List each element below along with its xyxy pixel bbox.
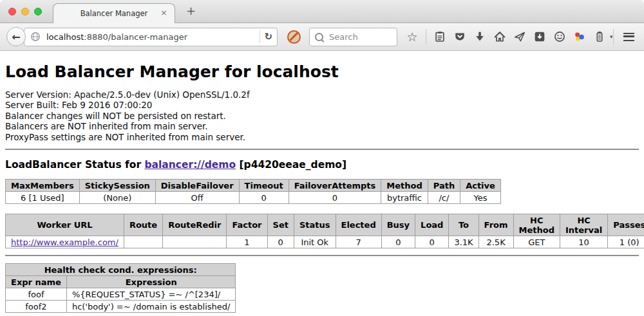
worker-status-table: Worker URL Route RouteRedir Factor Set S… [5, 214, 644, 248]
column-header: Busy [381, 214, 415, 236]
clipboard-icon[interactable] [433, 30, 446, 43]
download-box-icon[interactable] [533, 30, 546, 43]
url-text[interactable]: localhost:8880/balancer-manager [46, 32, 256, 42]
column-header: RouteRedir [163, 214, 227, 236]
bookmark-star-icon[interactable]: ☆ [406, 30, 419, 43]
from-value: 2.5K [478, 236, 513, 248]
expr-name-value: foof [6, 288, 67, 301]
factor-value: 1 [227, 236, 267, 248]
expr-name-value: foof2 [6, 301, 67, 313]
balancer-settings-table: MaxMembers StickySession DisableFailover… [5, 179, 501, 204]
table-header-row: MaxMembers StickySession DisableFailover… [6, 180, 501, 192]
table-header-row: Worker URL Route RouteRedir Factor Set S… [6, 214, 644, 236]
health-check-table: Health check cond. expressions: Expr nam… [5, 263, 236, 313]
smiley-icon[interactable] [553, 30, 566, 43]
pocket-icon[interactable] [453, 30, 466, 43]
expression-value: %{REQUEST_STATUS} =~ /^[234]/ [66, 288, 236, 301]
tab-balancer-manager[interactable]: Balancer Manager × [53, 3, 175, 23]
table-header-row: Expr name Expression [6, 276, 236, 288]
stickysession-value: (None) [79, 192, 155, 204]
failoverattempts-value: 0 [289, 192, 381, 204]
persist-warning-line: Balancer changes will NOT be persisted o… [5, 111, 639, 121]
hc-interval-value: 10 [560, 236, 607, 248]
table-row: foof %{REQUEST_STATUS} =~ /^[234]/ [6, 288, 236, 301]
downloads-icon[interactable] [473, 30, 486, 43]
table-row: 6 [1 Used] (None) Off 0 0 bytraffic /c/ … [6, 192, 501, 204]
busy-value: 0 [381, 236, 415, 248]
url-path: :8880/balancer-manager [84, 32, 187, 42]
home-icon[interactable] [493, 30, 506, 43]
worker-row: http://www.example.com/ 1 0 Init Ok 7 0 … [6, 236, 644, 248]
tab-close-icon[interactable]: × [160, 8, 167, 17]
horizontal-rule [5, 149, 639, 150]
colored-dots-icon[interactable] [573, 30, 586, 43]
column-header: Route [124, 214, 162, 236]
disablefailover-value: Off [155, 192, 239, 204]
server-built-line: Server Built: Feb 9 2016 07:00:20 [5, 100, 639, 110]
search-bar[interactable] [309, 28, 397, 46]
route-value [124, 236, 162, 248]
inherit-warning-line: Balancers are NOT inherited from main se… [5, 121, 639, 131]
balancer-demo-link[interactable]: balancer://demo [144, 159, 236, 171]
column-header: Timeout [239, 180, 289, 192]
column-header: Set [267, 214, 294, 236]
worker-url-link[interactable]: http://www.example.com/ [11, 237, 118, 247]
status-value: Init Ok [294, 236, 336, 248]
health-table-caption: Health check cond. expressions: [6, 264, 236, 276]
routeredir-value [163, 236, 227, 248]
column-header: Passes [608, 214, 644, 236]
column-header: Method [381, 180, 428, 192]
method-value: bytraffic [381, 192, 428, 204]
page-title: Load Balancer Manager for localhost [5, 62, 639, 81]
horizontal-rule [5, 255, 639, 256]
server-info: Server Version: Apache/2.5.0-dev (Unix) … [5, 89, 639, 142]
hc-method-value: GET [513, 236, 560, 248]
to-value: 3.1K [449, 236, 478, 248]
url-bar-divider [260, 30, 260, 43]
minimize-window-button[interactable] [21, 8, 29, 15]
column-header: HC Method [513, 214, 560, 236]
close-window-button[interactable] [8, 8, 16, 15]
menu-hamburger-icon[interactable] [623, 33, 634, 41]
set-value: 0 [267, 236, 294, 248]
tab-title: Balancer Manager [80, 9, 148, 18]
column-header: Path [428, 180, 460, 192]
worker-url-cell: http://www.example.com/ [6, 236, 124, 248]
new-tab-button[interactable]: + [186, 4, 196, 17]
column-header: To [449, 214, 478, 236]
column-header: From [478, 214, 513, 236]
column-header: Worker URL [6, 214, 124, 236]
battery-icon[interactable] [593, 30, 606, 43]
url-domain: localhost [46, 32, 84, 42]
window-controls [8, 8, 42, 15]
toolbar-divider [426, 29, 426, 44]
path-value: /c/ [428, 192, 460, 204]
url-bar[interactable]: localhost:8880/balancer-manager ↻ [24, 28, 278, 46]
column-header: StickySession [79, 180, 155, 192]
column-header: Factor [227, 214, 267, 236]
column-header: MaxMembers [6, 180, 80, 192]
column-header: HC Interval [560, 214, 607, 236]
navigation-toolbar: ← localhost:8880/balancer-manager ↻ ☆ [0, 23, 644, 51]
send-plane-icon[interactable] [513, 30, 526, 43]
back-button[interactable]: ← [6, 27, 26, 46]
server-version-line: Server Version: Apache/2.5.0-dev (Unix) … [5, 89, 639, 100]
reload-icon[interactable]: ↻ [264, 31, 272, 42]
browser-window: Balancer Manager × + ← localhost:8880/ba… [0, 0, 644, 316]
maxmembers-value: 6 [1 Used] [6, 192, 80, 204]
globe-icon [29, 30, 42, 43]
proxypass-warning-line: ProxyPass settings are NOT inherited fro… [5, 132, 639, 142]
column-header: Expr name [6, 276, 67, 288]
column-header: DisableFailover [155, 180, 239, 192]
toolbar-icons: ☆ [406, 29, 613, 44]
back-arrow-icon: ← [12, 31, 20, 43]
column-header: FailoverAttempts [289, 180, 381, 192]
expression-value: hc('body') =~ /domain is established/ [66, 301, 236, 313]
passes-value: 1 (0) [608, 236, 644, 248]
column-header: Status [294, 214, 336, 236]
timeout-value: 0 [239, 192, 289, 204]
content-block-icon[interactable] [287, 30, 301, 44]
search-input[interactable] [328, 32, 392, 42]
status-heading-prefix: LoadBalancer Status for [5, 159, 144, 171]
zoom-window-button[interactable] [34, 8, 42, 15]
